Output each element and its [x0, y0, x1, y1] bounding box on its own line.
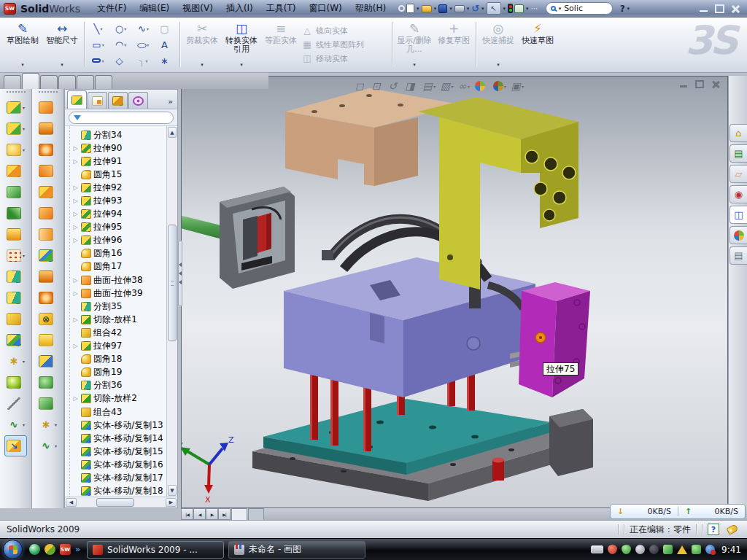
- toolbar-grip[interactable]: [39, 91, 58, 94]
- expander-icon[interactable]: [72, 395, 79, 402]
- feature-tool-button[interactable]: ▾: [4, 435, 27, 456]
- close-button[interactable]: [731, 4, 740, 13]
- start-button[interactable]: [3, 540, 23, 559]
- surface-tool-button[interactable]: ▾: [37, 393, 58, 414]
- command-tab[interactable]: [95, 75, 112, 89]
- sketch-entity-button[interactable]: ◇ ▾: [109, 52, 132, 69]
- tab-configuration-manager[interactable]: [108, 92, 128, 109]
- feature-tool-button[interactable]: ▾: [5, 414, 26, 435]
- tree-item[interactable]: 圆角17: [72, 260, 166, 273]
- chevron-down-icon[interactable]: ▾: [433, 6, 438, 12]
- sketch-entity-button[interactable]: ◠ ▾: [109, 36, 132, 52]
- chevron-down-icon[interactable]: ▾: [124, 26, 126, 31]
- tag-icon[interactable]: [726, 524, 738, 534]
- expander-icon[interactable]: [72, 158, 79, 165]
- feature-tool-button[interactable]: ▾: [5, 224, 26, 245]
- offset-entities-button[interactable]: ≡ 等距实体: [261, 19, 301, 70]
- panel-splitter[interactable]: [178, 241, 182, 306]
- chevron-expand-icon[interactable]: »: [75, 545, 80, 554]
- scroll-right-button[interactable]: ▶: [166, 498, 177, 507]
- chevron-down-icon[interactable]: ▾: [23, 422, 25, 427]
- taskbar-clock[interactable]: 9:41: [721, 545, 741, 555]
- chevron-down-icon[interactable]: ▾: [145, 58, 147, 63]
- view-tool-button[interactable]: ▤ ▾: [422, 81, 435, 91]
- tree-item[interactable]: 圆角15: [72, 168, 166, 181]
- surface-tool-button[interactable]: ▾: [37, 266, 58, 287]
- task-pane-tab[interactable]: ▤: [729, 246, 747, 265]
- search-input[interactable]: ▾ Solic: [546, 2, 613, 15]
- doc-nav-button[interactable]: ▶: [206, 508, 218, 520]
- tree-item[interactable]: 分割35: [72, 300, 166, 313]
- quick-tips-button[interactable]: ?: [708, 524, 719, 535]
- tree-item[interactable]: 曲面-拉伸39: [72, 287, 166, 300]
- chevron-down-icon[interactable]: ▾: [55, 422, 57, 427]
- view-tool-button[interactable]: ▾: [475, 81, 488, 91]
- document-tab[interactable]: [248, 508, 264, 520]
- chevron-down-icon[interactable]: ▾: [503, 6, 507, 12]
- surface-tool-button[interactable]: ▾: [37, 351, 58, 372]
- menu-item[interactable]: 帮助(H): [349, 0, 392, 17]
- expander-icon[interactable]: [72, 237, 79, 244]
- feature-tool-button[interactable]: ▾: [5, 330, 26, 351]
- quick-launch-icon[interactable]: [44, 544, 55, 555]
- feature-tool-button[interactable]: ▾: [5, 139, 26, 160]
- sketch-entity-button[interactable]: A ▾: [155, 36, 177, 52]
- sketch-button[interactable]: ✎ 草图绘制 ▾: [3, 19, 42, 70]
- view-tool-button[interactable]: ∞ ▾: [458, 81, 470, 91]
- tab-property-manager[interactable]: [88, 92, 107, 109]
- chevron-down-icon[interactable]: ▾: [451, 84, 453, 89]
- chevron-down-icon[interactable]: ▾: [102, 42, 104, 47]
- convert-entities-button[interactable]: ◫ 转换实体引用 ▾: [222, 19, 261, 70]
- sketch-entity-button[interactable]: ▾: [87, 52, 109, 69]
- feature-tool-button[interactable]: ▾: [5, 372, 26, 393]
- surface-tool-button[interactable]: ▾: [37, 308, 58, 330]
- menu-item[interactable]: 视图(V): [176, 0, 220, 17]
- tree-item[interactable]: 组合42: [72, 326, 166, 339]
- pin-icon[interactable]: [398, 5, 405, 12]
- tree-item[interactable]: 圆角19: [72, 366, 166, 379]
- scrollbar-thumb[interactable]: [96, 498, 134, 507]
- feature-tool-button[interactable]: ▾: [5, 393, 26, 414]
- expander-icon[interactable]: [72, 198, 79, 204]
- tree-horizontal-scrollbar[interactable]: ◀ ▶: [65, 497, 177, 508]
- view-tool-button[interactable]: ▧ ▾: [441, 81, 453, 91]
- doc-close-button[interactable]: [711, 80, 720, 88]
- sketch-entity-button[interactable]: ▭ ▾: [87, 36, 109, 52]
- model-magenta-block[interactable]: [519, 282, 590, 397]
- surface-tool-button[interactable]: ▾: [37, 245, 58, 266]
- chevron-down-icon[interactable]: ▾: [23, 147, 25, 152]
- traffic-light-icon[interactable]: [508, 4, 513, 13]
- pattern-tool-button[interactable]: ▦ 线性草图阵列 ▾: [302, 39, 388, 50]
- view-tool-button[interactable]: ▾: [493, 81, 506, 91]
- minimize-button[interactable]: [699, 4, 708, 13]
- expander-icon[interactable]: [72, 145, 79, 152]
- options-checklist-button[interactable]: [514, 4, 524, 13]
- task-pane-tab[interactable]: ⌂: [729, 124, 747, 142]
- expander-icon[interactable]: [72, 277, 79, 284]
- tree-item[interactable]: 切除-放样2: [72, 392, 166, 405]
- tree-item[interactable]: 分割36: [72, 379, 166, 392]
- model-side-clamp[interactable]: [182, 187, 295, 289]
- tree-item[interactable]: 实体-移动/复制13: [72, 419, 166, 432]
- sketch-entity-button[interactable]: ○ ▾: [109, 20, 132, 36]
- graphics-viewport[interactable]: Y Z X ◻ ▾ ⊡ ▾ ↺ ▾ ◨ ▾ ▤ ▾: [181, 76, 728, 508]
- menu-item[interactable]: 编辑(E): [133, 0, 176, 17]
- document-tab[interactable]: [231, 508, 247, 520]
- expander-icon[interactable]: [72, 184, 79, 191]
- tree-filter-input[interactable]: [69, 112, 174, 124]
- view-tool-button[interactable]: ⊡ ▾: [372, 81, 384, 91]
- print-button[interactable]: [454, 5, 465, 12]
- tree-item[interactable]: 组合43: [72, 405, 166, 419]
- display-delete-relations-button[interactable]: ✎ 显示/删除几... ▾: [395, 19, 434, 70]
- expander-icon[interactable]: [72, 343, 79, 349]
- view-tool-button[interactable]: ◨ ▾: [405, 81, 417, 91]
- chevron-down-icon[interactable]: ▾: [481, 6, 485, 12]
- sketch-entity-button[interactable]: ∗ ▾: [155, 52, 177, 69]
- solidworks-shortcut-icon[interactable]: SW: [60, 544, 71, 555]
- command-tab[interactable]: [4, 75, 21, 89]
- chevron-down-icon[interactable]: ▾: [147, 26, 149, 31]
- surface-tool-button[interactable]: ▾: [37, 224, 58, 245]
- task-pane-tab[interactable]: [729, 226, 747, 244]
- chevron-down-icon[interactable]: ▾: [416, 6, 420, 12]
- feature-tool-button[interactable]: ▾: [5, 118, 26, 139]
